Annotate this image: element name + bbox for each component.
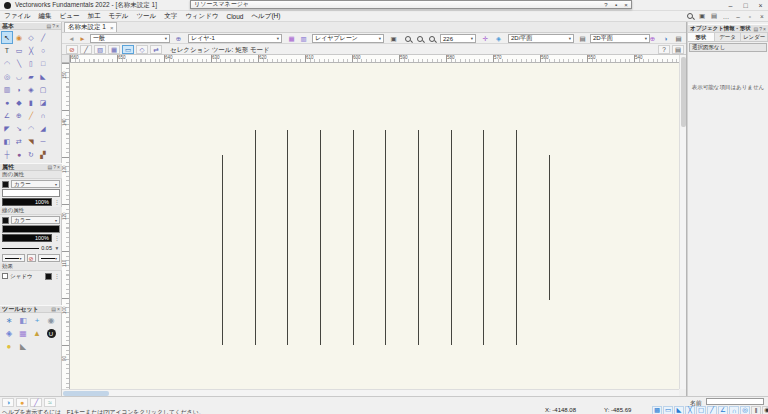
- minimize-button[interactable]: –: [723, 0, 738, 11]
- basic-header-icon-0[interactable]: ▤: [47, 23, 52, 29]
- forward-view-button[interactable]: ►: [77, 34, 88, 43]
- snap-icon-0[interactable]: ▩: [652, 406, 662, 414]
- toolset-tool-8[interactable]: ●: [2, 340, 16, 353]
- basic-tool-13[interactable]: ◡: [13, 70, 25, 83]
- basic-tool-39[interactable]: ▞: [37, 148, 49, 161]
- toolsets-header-icon-0[interactable]: ▤: [51, 306, 56, 312]
- render-mode-select[interactable]: 2D平面▾: [590, 34, 650, 43]
- basic-palette-header[interactable]: 基本 ▤?×: [0, 22, 61, 30]
- basic-tool-18[interactable]: ◈: [25, 83, 37, 96]
- basic-tool-1[interactable]: ◉: [13, 31, 25, 44]
- pen-opacity-bar[interactable]: 100%: [2, 234, 52, 242]
- toolset-tool-0[interactable]: ∗: [2, 314, 16, 327]
- object-info-header-icon-1[interactable]: ?: [759, 26, 762, 32]
- object-info-header[interactable]: オブジェクト情報 - 形状 ▤?×: [688, 24, 768, 33]
- snap-icon-1[interactable]: ▭: [663, 406, 673, 414]
- basic-tool-34[interactable]: ◥: [25, 135, 37, 148]
- drawing-line-7[interactable]: [451, 130, 452, 345]
- basic-tool-27[interactable]: ∩: [37, 109, 49, 122]
- snap-icon-7[interactable]: ∩: [729, 406, 739, 414]
- fill-opacity-menu-icon[interactable]: ⋮: [54, 199, 60, 205]
- basic-header-icon-1[interactable]: ?: [52, 23, 55, 29]
- drawing-canvas[interactable]: [70, 63, 679, 389]
- quick-icon-3[interactable]: ≈: [44, 398, 56, 407]
- toolset-tool-7[interactable]: U: [44, 327, 58, 340]
- basic-tool-22[interactable]: ▮: [25, 96, 37, 109]
- object-info-header-icon-0[interactable]: ▤: [754, 26, 759, 32]
- pen-opacity-menu-icon[interactable]: ⋮: [54, 235, 60, 241]
- basic-tool-30[interactable]: ◠: [25, 122, 37, 135]
- flyover-tool-icon[interactable]: ◈: [493, 34, 504, 43]
- basic-tool-17[interactable]: ◗: [13, 83, 25, 96]
- rm-pin-button[interactable]: ▪: [611, 2, 621, 8]
- drawing-line-1[interactable]: [255, 130, 256, 345]
- mode-button-2[interactable]: ▧: [94, 45, 106, 54]
- basic-tool-2[interactable]: ◇: [25, 31, 37, 44]
- basic-tool-14[interactable]: ▰: [25, 70, 37, 83]
- class-visibility-icon[interactable]: ▦: [286, 34, 297, 43]
- menu-item-6[interactable]: 文字: [160, 11, 181, 22]
- fill-style-swatch[interactable]: [2, 181, 9, 188]
- vertical-scrollbar[interactable]: [679, 55, 686, 389]
- view-select[interactable]: 2D/平面▾: [508, 34, 574, 43]
- close-button[interactable]: ×: [753, 0, 768, 11]
- mode-button-0[interactable]: ⊘: [66, 45, 78, 54]
- basic-tool-9[interactable]: ╲: [13, 57, 25, 70]
- menu-item-1[interactable]: 編集: [35, 11, 56, 22]
- basic-tool-0[interactable]: ↖: [1, 31, 13, 44]
- drawing-line-8[interactable]: [483, 130, 484, 345]
- publish-icon[interactable]: ▣: [696, 11, 708, 21]
- projection-icon[interactable]: ▤: [577, 34, 588, 43]
- mode-button-6[interactable]: ⇄: [150, 45, 162, 54]
- pen-color-preview[interactable]: [2, 225, 60, 233]
- quick-icon-1[interactable]: ●: [16, 398, 28, 407]
- toolsets-palette-header[interactable]: ツールセット ▤×: [0, 305, 62, 313]
- basic-tool-12[interactable]: ◎: [1, 70, 13, 83]
- menu-item-5[interactable]: ツール: [132, 11, 160, 22]
- basic-tool-28[interactable]: ◤: [1, 122, 13, 135]
- attributes-header-icon-1[interactable]: ?: [53, 164, 56, 170]
- attributes-header-icon-2[interactable]: ×: [57, 164, 60, 170]
- basic-tool-8[interactable]: ◠: [1, 57, 13, 70]
- zoom-in-icon[interactable]: [414, 34, 425, 43]
- mode-right-button-0[interactable]: ?: [658, 45, 670, 54]
- drawing-line-6[interactable]: [418, 130, 419, 345]
- basic-tool-6[interactable]: ╳: [25, 44, 37, 57]
- toolset-tool-4[interactable]: ◈: [2, 327, 16, 340]
- basic-tool-23[interactable]: ◪: [37, 96, 49, 109]
- basic-tool-20[interactable]: ●: [1, 96, 13, 109]
- snap-icon-6[interactable]: ∠: [718, 406, 728, 414]
- snap-icon-4[interactable]: ▢: [696, 406, 706, 414]
- basic-tool-26[interactable]: ╱: [25, 109, 37, 122]
- basic-tool-16[interactable]: ▥: [1, 83, 13, 96]
- menu-item-0[interactable]: ファイル: [0, 11, 35, 22]
- marker-style-select[interactable]: ▾: [38, 254, 61, 262]
- menu-item-7[interactable]: ウィンドウ: [181, 11, 222, 22]
- drawing-line-0[interactable]: [222, 155, 223, 345]
- menu-item-4[interactable]: モデル: [104, 11, 132, 22]
- oip-tab-レンダー[interactable]: レンダー: [741, 33, 768, 41]
- drawing-line-10[interactable]: [549, 155, 550, 300]
- basic-tool-29[interactable]: ↘: [13, 122, 25, 135]
- basic-tool-31[interactable]: ◢: [37, 122, 49, 135]
- class-select[interactable]: 一般▾: [90, 34, 170, 43]
- doc-restore-button[interactable]: ▫: [744, 11, 756, 21]
- search-icon[interactable]: [684, 11, 696, 21]
- doc-minimize-button[interactable]: –: [732, 11, 744, 21]
- layer-select[interactable]: レイヤ-1▾: [188, 34, 282, 43]
- basic-tool-21[interactable]: ◆: [13, 96, 25, 109]
- class-options-button[interactable]: ⊕: [173, 34, 184, 43]
- basic-tool-19[interactable]: ▢: [37, 83, 49, 96]
- quick-icon-0[interactable]: ◑: [2, 398, 14, 407]
- fill-style-select[interactable]: カラー ▾: [11, 180, 60, 188]
- menu-item-3[interactable]: 加工: [83, 11, 104, 22]
- viewbar-extra3-icon[interactable]: ▤: [673, 34, 684, 43]
- basic-tool-24[interactable]: ∠: [1, 109, 13, 122]
- saved-views-button[interactable]: ▣: [388, 34, 399, 43]
- menu-item-2[interactable]: ビュー: [56, 11, 84, 22]
- zoom-percent-select[interactable]: 226▾: [440, 34, 476, 43]
- basic-tool-37[interactable]: ●: [13, 148, 25, 161]
- name-input[interactable]: [706, 398, 764, 405]
- basic-header-icon-2[interactable]: ×: [56, 23, 59, 29]
- snap-icon-2[interactable]: ◣: [674, 406, 684, 414]
